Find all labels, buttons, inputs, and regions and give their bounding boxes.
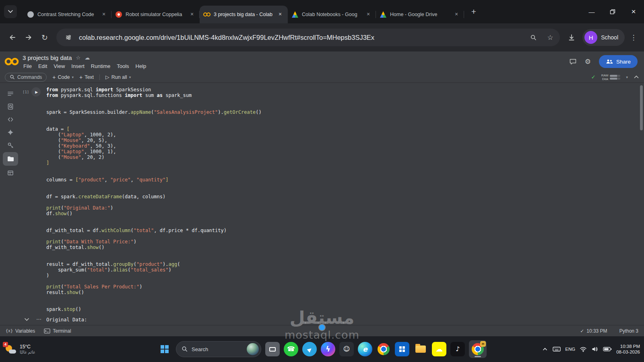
discord-taskbar-icon[interactable]: ☺ bbox=[339, 342, 354, 356]
code-line bbox=[46, 166, 644, 171]
kernel-name[interactable]: Python 3 bbox=[619, 328, 638, 334]
share-label: Share bbox=[616, 59, 631, 65]
run-cell-button[interactable]: ▶ bbox=[31, 87, 41, 97]
resource-meter[interactable]: RAM Disk bbox=[601, 74, 621, 81]
tiktok-glyph-icon: ♪ bbox=[456, 346, 460, 352]
tab-close-icon[interactable]: × bbox=[188, 11, 196, 18]
add-code-button[interactable]: + Code ▾ bbox=[52, 74, 74, 80]
add-text-label: Text bbox=[85, 74, 94, 80]
messenger-taskbar-icon[interactable]: ϟ bbox=[321, 342, 335, 356]
code-line bbox=[46, 104, 644, 109]
reload-button[interactable]: ↻ bbox=[37, 30, 52, 45]
browser-tab[interactable]: 3 projects big data - Colab× bbox=[200, 6, 288, 23]
add-text-button[interactable]: + Text bbox=[79, 74, 94, 80]
menu-item-insert[interactable]: Insert bbox=[68, 63, 88, 70]
search-daily-image bbox=[247, 343, 259, 355]
collapse-output-icon[interactable] bbox=[24, 318, 29, 321]
files-icon[interactable] bbox=[3, 152, 18, 166]
url-text[interactable]: colab.research.google.com/drive/1bUiLNMS… bbox=[79, 34, 523, 41]
find-replace-icon[interactable] bbox=[3, 101, 18, 112]
table-of-contents-icon[interactable] bbox=[3, 88, 18, 99]
menu-item-file[interactable]: File bbox=[23, 63, 35, 70]
terminal-icon bbox=[44, 328, 50, 334]
chrome-profile-taskbar-icon[interactable]: H bbox=[469, 340, 487, 358]
run-all-button[interactable]: ▷ Run all ▾ bbox=[105, 74, 131, 80]
terminal-label: Terminal bbox=[53, 328, 71, 334]
menu-item-edit[interactable]: Edit bbox=[35, 63, 50, 70]
profile-name: School bbox=[601, 34, 618, 41]
file-explorer-taskbar-icon[interactable] bbox=[413, 342, 428, 356]
menu-item-tools[interactable]: Tools bbox=[114, 63, 132, 70]
variables-button[interactable]: {x} Variables bbox=[6, 328, 35, 334]
downloads-button[interactable] bbox=[564, 30, 579, 45]
wifi-icon[interactable] bbox=[580, 346, 587, 352]
profile-chip[interactable]: H School bbox=[582, 29, 625, 46]
code-line: data = [ bbox=[46, 126, 644, 132]
browser-tab[interactable]: Colab Notebooks - Goog× bbox=[288, 6, 376, 23]
scrollbar-thumb[interactable] bbox=[640, 85, 643, 130]
forward-button[interactable] bbox=[21, 30, 36, 45]
bookmark-star-icon[interactable]: ☆ bbox=[544, 31, 557, 44]
menu-item-view[interactable]: View bbox=[50, 63, 68, 70]
back-button[interactable] bbox=[5, 30, 20, 45]
microsoft-store-taskbar-icon[interactable] bbox=[395, 342, 409, 356]
commands-button[interactable]: Commands bbox=[5, 73, 47, 82]
tab-close-icon[interactable]: × bbox=[453, 11, 460, 18]
menu-item-help[interactable]: Help bbox=[132, 63, 150, 70]
battery-icon[interactable] bbox=[603, 346, 612, 352]
secrets-icon[interactable] bbox=[3, 139, 18, 151]
divider bbox=[99, 74, 100, 80]
tab-close-icon[interactable]: × bbox=[100, 11, 107, 18]
omnibox[interactable]: colab.research.google.com/drive/1bUiLNMS… bbox=[56, 29, 560, 46]
menu-item-runtime[interactable]: Runtime bbox=[88, 63, 114, 70]
code-line: ("Mouse", 20, 5), bbox=[46, 138, 644, 143]
whatsapp-taskbar-icon[interactable]: ☎ bbox=[284, 342, 298, 356]
weather-widget[interactable]: 4 15°C غائم غالبًا bbox=[5, 343, 35, 355]
edge-glyph-icon: e bbox=[363, 346, 367, 353]
tray-chevron-up-icon[interactable] bbox=[542, 346, 548, 352]
collapse-header-icon[interactable] bbox=[634, 75, 639, 79]
edge-taskbar-icon[interactable]: e bbox=[358, 342, 372, 356]
tab-close-icon[interactable]: × bbox=[365, 11, 372, 18]
browser-menu-button[interactable]: ⋮ bbox=[628, 33, 639, 42]
touch-keyboard-icon[interactable] bbox=[553, 346, 561, 352]
restore-button[interactable] bbox=[602, 0, 623, 23]
volume-icon[interactable] bbox=[591, 346, 599, 352]
connected-check-icon: ✓ bbox=[591, 74, 596, 80]
resources-dropdown-icon[interactable]: ▾ bbox=[626, 75, 628, 79]
share-button[interactable]: Share bbox=[599, 55, 638, 68]
snapchat-taskbar-icon[interactable]: ☁ bbox=[432, 342, 446, 356]
notebook-title[interactable]: 3 projects big data bbox=[23, 54, 72, 61]
tab-search-button[interactable] bbox=[4, 5, 17, 18]
clock[interactable]: 10:38 PM 08-03-2026 bbox=[616, 343, 640, 355]
zoom-icon[interactable] bbox=[527, 31, 540, 44]
close-button[interactable]: × bbox=[623, 0, 644, 23]
pinned-window-taskbar-icon[interactable] bbox=[265, 342, 280, 356]
taskbar-search[interactable]: Search bbox=[176, 341, 261, 357]
gemini-icon[interactable] bbox=[3, 126, 18, 138]
minimize-button[interactable]: — bbox=[581, 0, 602, 23]
cell-more-icon[interactable]: ⋯ bbox=[36, 316, 42, 322]
browser-tab[interactable]: Home - Google Drive× bbox=[376, 6, 464, 23]
tiktok-taskbar-icon[interactable]: ♪ bbox=[450, 342, 465, 356]
code-snippets-icon[interactable] bbox=[3, 113, 18, 125]
terminal-button[interactable]: Terminal bbox=[44, 328, 71, 334]
settings-gear-icon[interactable]: ⚙ bbox=[585, 58, 591, 66]
tab-close-icon[interactable]: × bbox=[277, 11, 284, 18]
browser-tab[interactable]: Contrast Stretching Code× bbox=[23, 6, 111, 23]
comments-button[interactable] bbox=[569, 58, 577, 65]
code-area[interactable]: from pyspark.sql import SparkSessionfrom… bbox=[46, 87, 644, 312]
code-cell[interactable]: [1] ▶ from pyspark.sql import SparkSessi… bbox=[21, 87, 644, 312]
browser-tab[interactable]: Robot simulator Coppelia× bbox=[111, 6, 200, 23]
star-notebook-icon[interactable]: ☆ bbox=[76, 55, 81, 61]
chrome-taskbar-icon[interactable] bbox=[376, 342, 391, 356]
data-table-icon[interactable] bbox=[3, 167, 18, 179]
telegram-taskbar-icon[interactable]: ▶ bbox=[302, 342, 317, 356]
system-tray: ENG 10:38 PM 08-03-2026 bbox=[542, 343, 640, 355]
tab-list: Contrast Stretching Code×Robot simulator… bbox=[23, 6, 464, 23]
site-info-icon[interactable] bbox=[62, 31, 75, 44]
new-tab-button[interactable]: + bbox=[467, 5, 480, 18]
start-button[interactable] bbox=[157, 342, 172, 356]
language-indicator[interactable]: ENG bbox=[565, 347, 575, 352]
code-line bbox=[46, 301, 644, 306]
